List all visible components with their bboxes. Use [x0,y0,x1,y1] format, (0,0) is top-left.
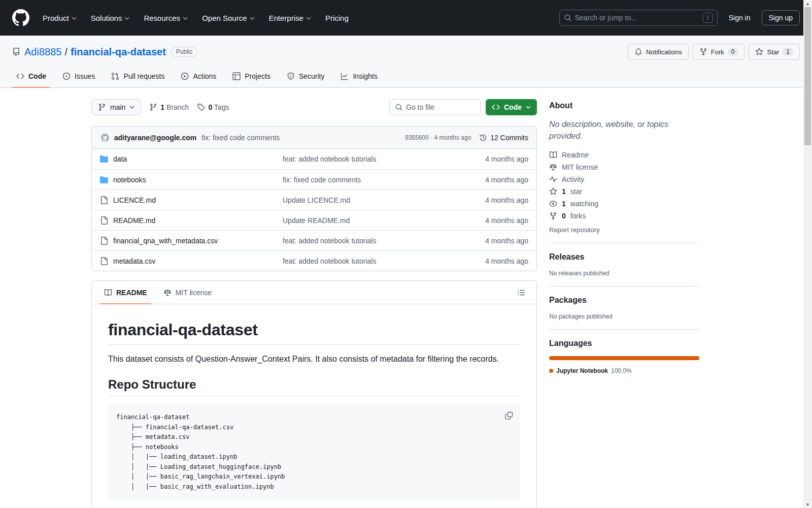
file-toolbar: main 1 Branch 0 Tags [91,99,537,115]
file-commit-message-link[interactable]: feat: added notebook tutorials [283,257,376,265]
sidebar-forks-link[interactable]: 0forks [549,210,699,222]
report-repository-link[interactable]: Report repository [549,226,699,234]
languages-section: Languages Jupyter Notebook 100.0% [549,339,699,384]
chevron-down-icon [250,17,255,20]
language-bar[interactable] [549,356,699,360]
language-dot [549,369,553,373]
file-name-link[interactable]: metadata.csv [113,257,155,265]
chevron-down-icon [306,17,311,20]
copy-button[interactable] [503,409,515,422]
commit-sha-time-link[interactable]: 9355600 · 4 months ago [405,134,471,141]
star-button[interactable]: Star 1 [749,44,800,60]
chevron-down-icon [124,17,129,20]
tab-pull-requests[interactable]: Pull requests [107,65,168,87]
repo-name-link[interactable]: financial-qa-dataset [71,46,166,58]
scrollbar-thumb[interactable] [804,7,811,145]
repo-forked-icon [699,48,707,56]
global-search[interactable]: / [559,10,718,26]
file-commit-message-link[interactable]: feat: added notebook tutorials [283,155,376,163]
fork-button[interactable]: Fork 0 [693,44,745,60]
sign-up-button[interactable]: Sign up [762,10,800,25]
commit-author-link[interactable]: adityarane@google.com [114,134,196,142]
file-commit-time: 4 months ago [462,155,528,163]
outline-button[interactable] [514,285,528,300]
avatar[interactable] [100,133,110,143]
current-branch-name: main [110,103,125,111]
branch-selector[interactable]: main [91,99,141,115]
file-commit-message-link[interactable]: Update README.md [283,216,350,225]
file-name-link[interactable]: notebooks [113,176,146,184]
star-label: Star [767,48,779,56]
scrollbar-up-arrow[interactable]: ▲ [803,0,812,7]
file-name-link[interactable]: LICENCE.md [113,196,156,204]
tab-code[interactable]: Code [12,65,50,87]
file-icon [100,257,108,265]
file-name-link[interactable]: README.md [113,216,155,225]
branches-link[interactable]: 1 Branch [149,103,189,111]
sign-in-link[interactable]: Sign in [729,14,751,22]
commit-history-link[interactable]: 12 Commits [479,134,528,142]
table-row: notebooks fix: fixed code comments 4 mon… [92,169,536,189]
repo-structure-text: financial-qa-dataset ├── financial-qa-da… [116,412,512,492]
chevron-down-icon [129,106,134,109]
git-branch-icon [98,103,106,111]
nav-item-resources[interactable]: Resources [144,14,188,22]
search-icon [564,14,572,22]
copy-icon [505,411,513,420]
nav-item-product[interactable]: Product [43,14,77,22]
tags-link[interactable]: 0 Tags [197,103,229,111]
tab-actions[interactable]: Actions [177,65,220,87]
language-legend-item[interactable]: Jupyter Notebook 100.0% [549,367,699,374]
code-dropdown-button[interactable]: Code [486,99,537,115]
tab-readme[interactable]: README [96,281,155,304]
sidebar-activity-link[interactable]: Activity [549,173,699,185]
page-content: main 1 Branch 0 Tags [0,88,812,508]
book-icon [549,151,557,159]
releases-empty-text: No releases published [549,270,699,277]
tab-mit-license[interactable]: MIT license [155,281,220,304]
sidebar-readme-link[interactable]: Readme [549,149,699,161]
go-to-file-input[interactable] [406,103,475,111]
main-column: main 1 Branch 0 Tags [91,99,537,508]
repo-owner-link[interactable]: Adi8885 [24,46,61,58]
history-icon [479,134,487,142]
nav-item-solutions[interactable]: Solutions [91,14,130,22]
file-name-link[interactable]: data [113,155,127,163]
chevron-down-icon [526,106,531,109]
file-commit-message-link[interactable]: Update LICENCE.md [283,196,350,204]
file-commit-message-link[interactable]: fix: fixed code comments [283,176,361,184]
nav-item-enterprise[interactable]: Enterprise [269,14,311,22]
go-to-file-box [389,99,481,115]
readme-header: README MIT license [92,281,536,304]
visibility-badge: Public [171,47,198,57]
default-avatar-icon [101,134,109,141]
scrollbar-down-arrow[interactable]: ▼ [803,501,812,508]
repo-header: Adi8885 / financial-qa-dataset Public No… [0,36,812,88]
search-input[interactable] [575,14,700,22]
tab-projects[interactable]: Projects [228,65,275,87]
folder-icon [100,176,108,184]
sidebar-stars-link[interactable]: 1star [549,185,699,198]
github-logo-icon[interactable] [12,9,29,26]
sidebar-watching-link[interactable]: 1watching [549,198,699,210]
star-count-badge: 1 [783,48,793,56]
repo-title-row: Adi8885 / financial-qa-dataset Public No… [12,44,800,60]
top-navigation: Product Solutions Resources Open Source … [0,0,812,36]
table-row: financial_qna_with_metadata.csv feat: ad… [92,230,536,250]
file-icon [100,216,108,225]
nav-item-pricing[interactable]: Pricing [325,14,349,22]
code-icon [16,72,24,80]
vertical-scrollbar: ▲ ▼ [803,0,812,508]
search-icon [395,103,403,111]
nav-item-open-source[interactable]: Open Source [202,14,254,22]
file-name-link[interactable]: financial_qna_with_metadata.csv [113,237,218,245]
file-commit-message-link[interactable]: feat: added notebook tutorials [283,237,376,245]
tab-insights[interactable]: Insights [336,65,381,87]
commit-message-link[interactable]: fix: fixed code comments [201,134,280,142]
repo-forked-icon [549,212,557,220]
sidebar-license-link[interactable]: MIT license [549,161,699,173]
issue-opened-icon [62,72,71,80]
tab-security[interactable]: Security [283,65,329,87]
notifications-button[interactable]: Notifications [628,44,689,60]
tab-issues[interactable]: Issues [58,65,99,87]
